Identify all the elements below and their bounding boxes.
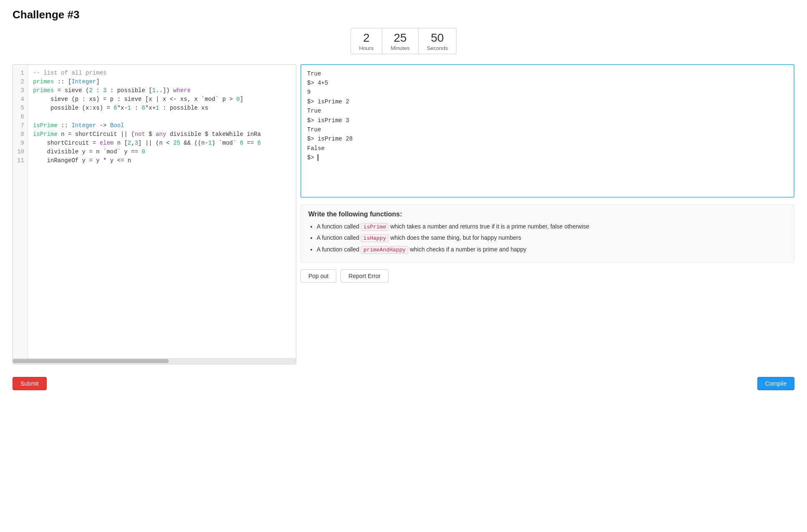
terminal[interactable]: True $> 4+5 9 $> isPrime 2 True $> isPri… — [300, 64, 794, 198]
instruction-3-code: primeAndHappy — [361, 246, 408, 254]
timer-seconds-unit: 50 Seconds — [419, 28, 456, 54]
timer-box: 2 Hours 25 Minutes 50 Seconds — [351, 28, 457, 54]
scrollbar-track[interactable] — [13, 359, 296, 363]
instruction-item-3: A function called primeAndHappy which ch… — [317, 245, 787, 254]
instruction-3-before: A function called — [317, 246, 361, 253]
code-editor-pane: 1 2 3 4 5 6 7 8 9 10 11 -- list of all p… — [13, 64, 296, 364]
instruction-2-code: isHappy — [361, 234, 389, 242]
instruction-1-before: A function called — [317, 223, 361, 230]
instructions-list: A function called isPrime which takes a … — [308, 222, 787, 254]
report-error-button[interactable]: Report Error — [340, 269, 388, 283]
line-numbers: 1 2 3 4 5 6 7 8 9 10 11 — [13, 65, 28, 358]
instructions-panel: Write the following functions: A functio… — [300, 204, 794, 263]
page-title: Challenge #3 — [13, 8, 794, 21]
timer-minutes-value: 25 — [393, 31, 406, 45]
timer-hours-value: 2 — [363, 31, 370, 45]
main-layout: 1 2 3 4 5 6 7 8 9 10 11 -- list of all p… — [13, 64, 794, 364]
instructions-heading: Write the following functions: — [308, 211, 787, 218]
scrollbar-thumb[interactable] — [13, 359, 169, 363]
instruction-1-after: which takes a number and returns true if… — [388, 223, 589, 230]
timer-seconds-label: Seconds — [427, 45, 448, 51]
bottom-bar: Submit Compile — [13, 373, 794, 390]
action-buttons-row: Pop out Report Error — [300, 269, 794, 283]
code-editor[interactable]: 1 2 3 4 5 6 7 8 9 10 11 -- list of all p… — [13, 65, 296, 358]
instruction-3-after: which checks if a number is prime and ha… — [408, 246, 526, 253]
timer-seconds-value: 50 — [431, 31, 444, 45]
instruction-1-code: isPrime — [361, 223, 389, 231]
timer-hours-unit: 2 Hours — [351, 28, 383, 54]
code-scrollbar[interactable] — [13, 358, 296, 364]
right-pane: True $> 4+5 9 $> isPrime 2 True $> isPri… — [300, 64, 794, 364]
instruction-item-1: A function called isPrime which takes a … — [317, 222, 787, 231]
timer-container: 2 Hours 25 Minutes 50 Seconds — [13, 28, 794, 54]
code-textarea[interactable]: -- list of all primes primes :: [Integer… — [28, 65, 296, 358]
timer-hours-label: Hours — [359, 45, 374, 51]
timer-minutes-label: Minutes — [391, 45, 410, 51]
instruction-2-before: A function called — [317, 234, 361, 241]
submit-button[interactable]: Submit — [13, 377, 47, 390]
compile-button[interactable]: Compile — [757, 377, 794, 390]
instruction-2-after: which does the same thing, but for happy… — [388, 234, 521, 241]
pop-out-button[interactable]: Pop out — [300, 269, 336, 283]
timer-minutes-unit: 25 Minutes — [382, 28, 419, 54]
instruction-item-2: A function called isHappy which does the… — [317, 233, 787, 243]
